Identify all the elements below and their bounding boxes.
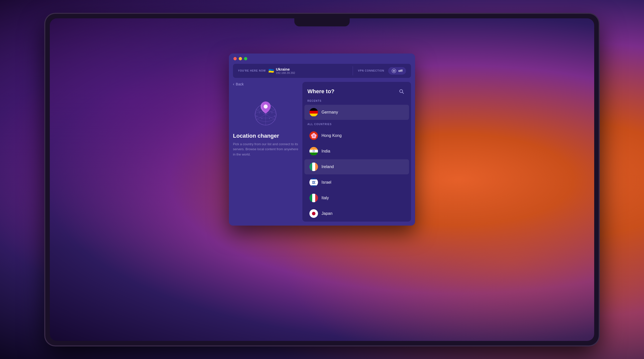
window-controls (233, 57, 247, 60)
india-flag (309, 147, 318, 156)
you-are-here-label: YOU'RE HERE NOW (238, 69, 266, 72)
germany-flag (309, 108, 318, 117)
recents-list: Germany ALL COUNTRIES 🌸 Hong Kong (302, 104, 411, 222)
header-divider (353, 66, 353, 75)
israel-flag (309, 178, 318, 187)
svg-point-11 (274, 116, 275, 116)
left-panel: ‹ Back (233, 82, 298, 222)
globe-svg (251, 96, 281, 127)
hongkong-flag: 🌸 (309, 131, 318, 140)
list-item[interactable]: Japan (304, 206, 409, 221)
monitor-screen: YOU'RE HERE NOW 🇺🇦 Ukraine 192.168.39.39… (50, 18, 594, 341)
ukraine-flag: 🇺🇦 (268, 69, 274, 73)
header-bar: YOU'RE HERE NOW 🇺🇦 Ukraine 192.168.39.39… (233, 64, 411, 78)
svg-point-10 (272, 112, 272, 113)
country-name-japan: Japan (321, 211, 333, 216)
notch (294, 18, 350, 26)
left-panel-description: Pick a country from our list and connect… (233, 142, 298, 157)
vpn-label: VPN CONNECTION (358, 69, 384, 72)
right-panel: Where to? RECENTS (302, 82, 411, 222)
svg-point-7 (264, 105, 268, 109)
vpn-toggle[interactable]: off (388, 67, 406, 75)
svg-point-12 (269, 118, 270, 119)
title-bar (229, 54, 415, 64)
list-item[interactable]: Italy (304, 190, 409, 206)
header-location: YOU'RE HERE NOW 🇺🇦 Ukraine 192.168.39.39… (238, 67, 348, 74)
globe-illustration (233, 96, 298, 127)
close-button[interactable] (233, 57, 237, 60)
app-window: YOU'RE HERE NOW 🇺🇦 Ukraine 192.168.39.39… (229, 54, 415, 226)
toggle-dot (393, 70, 395, 72)
country-name-italy: Italy (321, 196, 329, 200)
toggle-circle-icon (392, 69, 396, 73)
back-label: Back (236, 82, 244, 86)
svg-line-15 (402, 92, 404, 93)
ireland-flag (309, 163, 318, 171)
right-panel-header: Where to? (302, 82, 411, 99)
current-ip: 192.168.39.392 (276, 71, 295, 74)
back-arrow-icon: ‹ (233, 82, 234, 86)
japan-circle (312, 212, 315, 215)
country-name-india: India (321, 149, 330, 153)
svg-marker-16 (312, 181, 315, 184)
svg-point-8 (257, 116, 257, 116)
country-info: Ukraine 192.168.39.392 (276, 67, 295, 74)
search-button[interactable] (397, 87, 406, 96)
country-name-germany: Germany (321, 110, 338, 115)
vpn-section: VPN CONNECTION off (358, 67, 406, 75)
recents-label: RECENTS (302, 99, 411, 104)
country-name-ireland: Ireland (321, 165, 334, 169)
maximize-button[interactable] (244, 57, 247, 60)
back-button[interactable]: ‹ Back (233, 82, 298, 86)
japan-flag (309, 209, 318, 218)
left-panel-title: Location changer (233, 133, 298, 139)
list-item[interactable]: Germany (304, 105, 409, 120)
country-name-israel: Israel (321, 180, 331, 185)
list-item[interactable]: 🌸 Hong Kong (304, 128, 409, 143)
where-to-title: Where to? (307, 88, 335, 95)
svg-marker-17 (312, 181, 315, 184)
current-country-name: Ukraine (276, 67, 295, 71)
svg-point-9 (259, 112, 260, 113)
list-item[interactable]: Israel (304, 175, 409, 190)
search-icon (399, 89, 404, 94)
main-content: ‹ Back (229, 78, 415, 226)
header-country: 🇺🇦 Ukraine 192.168.39.392 (268, 67, 295, 74)
vpn-status-text: off (398, 69, 403, 73)
country-name-hongkong: Hong Kong (321, 133, 342, 138)
svg-point-13 (262, 118, 262, 119)
italy-flag (309, 194, 318, 202)
all-countries-label: ALL COUNTRIES (302, 123, 411, 128)
minimize-button[interactable] (239, 57, 242, 60)
list-item[interactable]: Ireland (304, 159, 409, 174)
monitor: YOU'RE HERE NOW 🇺🇦 Ukraine 192.168.39.39… (45, 14, 599, 345)
list-item[interactable]: India (304, 144, 409, 159)
